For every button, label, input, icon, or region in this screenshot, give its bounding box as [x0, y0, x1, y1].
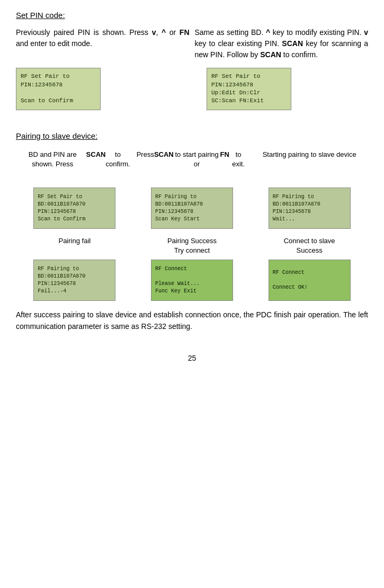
- col3-caption: Connect to slaveSuccess: [284, 236, 335, 255]
- col1-desc-cell: BD and PIN are shown. Press SCAN to conf…: [16, 148, 133, 185]
- col1-top-screen-cell: RF Set Pair to BD:0011B107A870 PIN:12345…: [16, 185, 133, 231]
- section1-right-text: Same as setting BD. ^ key to modify exis…: [195, 27, 369, 60]
- col3-top-screen: RF Pairing to BD:0011B107A870 PIN:123456…: [269, 188, 351, 229]
- section2: Pairing to slave device: BD and PIN are …: [16, 131, 368, 333]
- col2-caption: Pairing SuccessTry connect: [167, 236, 217, 255]
- col1-caption: Pairing fail: [58, 236, 91, 246]
- col2-caption-cell: Pairing SuccessTry connect: [133, 231, 251, 257]
- section1-left-text: Previously paired PIN is shown. Press v,…: [16, 27, 190, 60]
- screen1: RF Set Pair to PIN:12345678 Scan to Conf…: [16, 68, 101, 110]
- screen2-line2: PIN:12345678: [211, 81, 287, 89]
- col1-top-screen: RF Set Pair to BD:0011B107A870 PIN:12345…: [33, 188, 115, 229]
- col3-top-screen-cell: RF Pairing to BD:0011B107A870 PIN:123456…: [251, 185, 368, 231]
- screen2-line1: RF Set Pair to: [211, 73, 287, 81]
- col3-bottom-screen-cell: RF Connect Connect OK!: [251, 257, 368, 303]
- col2-desc-cell: Press SCAN to start pairing or FN to exi…: [133, 148, 251, 185]
- col2-top-screen: RF Pairing to BD:0011B107A870 PIN:123456…: [151, 188, 233, 229]
- col1-bottom-screen: RF Pairing to BD:0011B107A870 PIN:123456…: [33, 260, 115, 301]
- col3-desc: Starting pairing to slave device: [263, 150, 356, 179]
- section1-title: Set PIN code:: [16, 11, 368, 20]
- col2-desc: Press SCAN to start pairing or FN to exi…: [137, 150, 248, 179]
- screen1-line1: RF Set Pair to: [21, 73, 96, 81]
- col3-desc-cell: Starting pairing to slave device: [251, 148, 368, 185]
- screen2: RF Set Pair to PIN:12345678 Up:Edit Dn:C…: [207, 68, 291, 110]
- screen1-line2: PIN:12345678: [21, 81, 96, 89]
- section1: Set PIN code: Previously paired PIN is s…: [16, 11, 368, 110]
- col2-bottom-screen: RF Connect Please Wait... Func Key Exit: [151, 260, 233, 301]
- col3-caption-cell: Connect to slaveSuccess: [251, 231, 368, 257]
- col1-bottom-screen-cell: RF Pairing to BD:0011B107A870 PIN:123456…: [16, 257, 133, 303]
- col1-desc: BD and PIN are shown. Press SCAN to conf…: [19, 150, 130, 179]
- col2-bottom-screen-cell: RF Connect Please Wait... Func Key Exit: [133, 257, 251, 303]
- page-number: 25: [16, 354, 368, 362]
- after-text: After success pairing to slave device an…: [16, 309, 368, 332]
- screen1-line4: Scan to Confirm: [21, 97, 96, 105]
- section2-title: Pairing to slave device:: [16, 131, 368, 140]
- screen2-line3: Up:Edit Dn:Clr: [211, 89, 287, 97]
- col1-caption-cell: Pairing fail: [16, 231, 133, 257]
- col3-bottom-screen: RF Connect Connect OK!: [269, 260, 351, 301]
- screen2-line4: SC:Scan FN:Exit: [211, 97, 287, 105]
- col2-top-screen-cell: RF Pairing to BD:0011B107A870 PIN:123456…: [133, 185, 251, 231]
- screen1-line3: [21, 89, 96, 97]
